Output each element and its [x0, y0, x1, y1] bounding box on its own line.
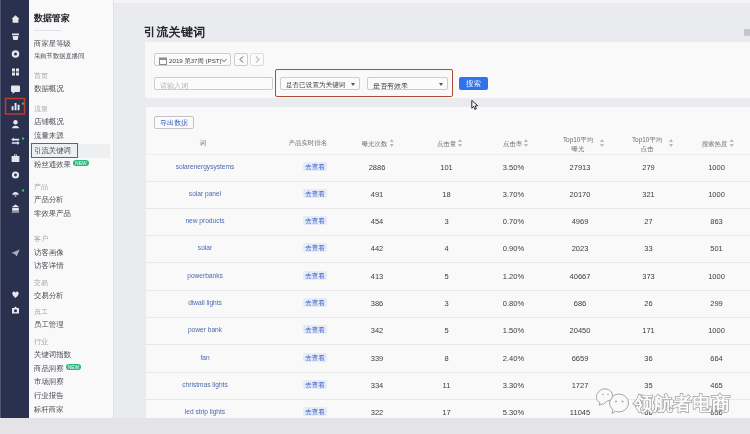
svg-text:领航者电商: 领航者电商 [633, 393, 731, 414]
